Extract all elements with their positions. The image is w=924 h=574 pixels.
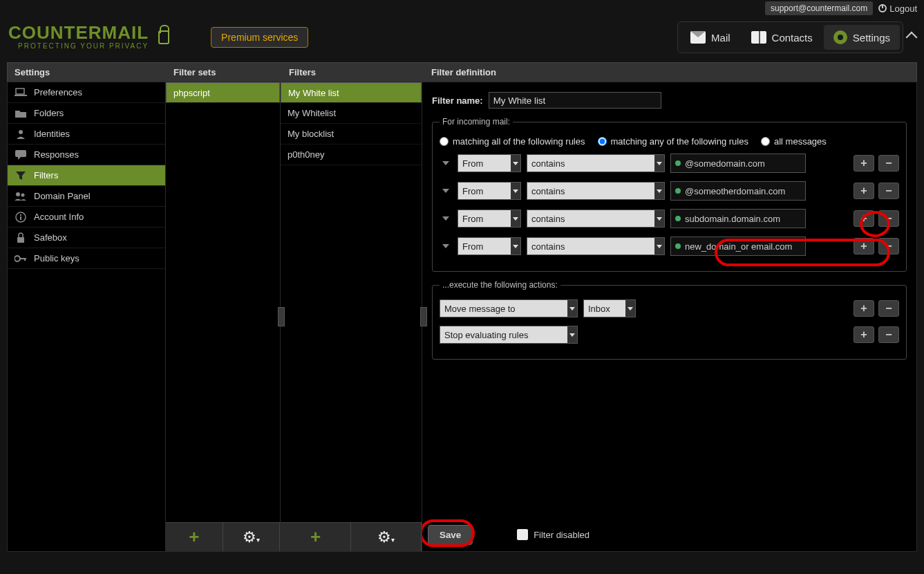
rule-row: Fromcontainsnew_domain_or email.com+− — [440, 237, 899, 256]
rule-op-select[interactable]: contains — [527, 154, 665, 172]
nav-preferences[interactable]: Preferences — [8, 82, 165, 103]
logo: COUNTERMAIL PROTECTING YOUR PRIVACY Prem… — [8, 25, 308, 50]
gear-icon: ⚙▾ — [377, 528, 395, 546]
main-tabs: Mail Contacts Settings — [677, 21, 903, 53]
column-headers: Settings Filter sets Filters Filter defi… — [7, 62, 917, 82]
svg-point-4 — [16, 192, 20, 196]
splitter[interactable] — [420, 307, 427, 326]
rule-value-input[interactable]: subdomain.domain.com — [670, 209, 806, 228]
rules-fieldset: For incoming mail: matching all of the f… — [432, 117, 907, 272]
lock-icon — [15, 233, 27, 243]
col-filters-header: Filters — [282, 63, 424, 82]
chevron-up-icon[interactable] — [906, 32, 918, 44]
tab-contacts-label: Contacts — [772, 32, 813, 44]
svg-rect-7 — [20, 216, 21, 220]
radio-match-all[interactable]: matching all of the following rules — [440, 136, 585, 147]
laptop-icon — [15, 88, 27, 98]
rule-row: Fromcontainssubdomain.domain.com+− — [440, 209, 899, 228]
save-button[interactable]: Save — [428, 525, 473, 545]
chevron-down-icon[interactable] — [442, 161, 449, 165]
rule-value-input[interactable]: @someotherdomain.com — [670, 181, 806, 201]
add-filter-button[interactable]: + — [281, 523, 351, 551]
action-kind-select[interactable]: Move message to — [440, 299, 578, 317]
content: Settings Filter sets Filters Filter defi… — [7, 62, 917, 552]
rule-field-select[interactable]: From — [458, 182, 521, 200]
rule-op-select[interactable]: contains — [527, 210, 665, 228]
power-icon — [878, 4, 887, 12]
gear-icon — [833, 30, 847, 44]
rule-op-select[interactable]: contains — [527, 182, 665, 200]
add-action-button[interactable]: + — [854, 326, 874, 343]
tab-mail[interactable]: Mail — [681, 26, 740, 49]
chevron-down-icon[interactable] — [442, 244, 449, 248]
radio-all-messages[interactable]: all messages — [761, 136, 827, 147]
nav-filters[interactable]: Filters — [8, 165, 165, 186]
nav-folders[interactable]: Folders — [8, 103, 165, 124]
nav-account-info[interactable]: Account Info — [8, 207, 165, 228]
svg-rect-1 — [15, 95, 27, 96]
chevron-down-icon[interactable] — [442, 216, 449, 221]
rule-field-select[interactable]: From — [458, 210, 521, 228]
chat-icon — [15, 150, 27, 160]
tab-contacts[interactable]: Contacts — [742, 26, 822, 49]
nav-responses[interactable]: Responses — [8, 145, 165, 165]
col-filtersets-header: Filter sets — [167, 63, 282, 82]
nav-public-keys[interactable]: Public keys — [8, 248, 165, 269]
rule-op-select[interactable]: contains — [527, 237, 665, 255]
col-definition-header: Filter definition — [424, 63, 916, 82]
filter-disabled-checkbox[interactable]: Filter disabled — [517, 529, 590, 540]
filter-name-input[interactable] — [489, 92, 661, 109]
action-kind-select[interactable]: Stop evaluating rules — [440, 326, 578, 344]
svg-point-2 — [19, 130, 23, 134]
remove-rule-button[interactable]: − — [878, 210, 899, 227]
actions-legend: ...execute the following actions: — [440, 280, 560, 290]
remove-action-button[interactable]: − — [878, 326, 899, 343]
contacts-icon — [751, 31, 766, 44]
lock-icon — [158, 30, 169, 44]
top-bar: support@countermail.com Logout — [0, 0, 924, 17]
remove-rule-button[interactable]: − — [878, 238, 899, 254]
add-rule-button[interactable]: + — [854, 210, 874, 227]
premium-button[interactable]: Premium services — [211, 27, 308, 48]
nav-identities[interactable]: Identities — [8, 124, 165, 145]
support-link[interactable]: support@countermail.com — [765, 1, 873, 15]
add-action-button[interactable]: + — [854, 300, 874, 317]
actions-fieldset: ...execute the following actions: Move m… — [432, 280, 907, 360]
filter-item[interactable]: My blocklist — [281, 124, 422, 145]
checkbox-icon — [517, 529, 528, 540]
action-target-select[interactable]: Inbox — [583, 299, 636, 317]
rule-field-select[interactable]: From — [458, 154, 521, 172]
remove-action-button[interactable]: − — [878, 300, 899, 317]
tab-settings[interactable]: Settings — [824, 25, 900, 50]
nav-safebox[interactable]: Safebox — [8, 228, 165, 248]
status-dot-icon — [675, 216, 681, 221]
rule-field-select[interactable]: From — [458, 237, 521, 255]
nav-domain-panel[interactable]: Domain Panel — [8, 186, 165, 207]
remove-rule-button[interactable]: − — [878, 155, 899, 172]
radio-match-any[interactable]: matching any of the following rules — [598, 136, 748, 147]
add-filterset-button[interactable]: + — [166, 523, 223, 551]
svg-point-10 — [15, 256, 20, 261]
rule-value-input[interactable]: @somedomain.com — [670, 154, 806, 173]
remove-rule-button[interactable]: − — [878, 183, 899, 199]
svg-rect-12 — [24, 258, 26, 261]
header: COUNTERMAIL PROTECTING YOUR PRIVACY Prem… — [0, 17, 924, 58]
filterset-menu-button[interactable]: ⚙▾ — [223, 523, 281, 551]
add-rule-button[interactable]: + — [854, 183, 874, 199]
filter-item[interactable]: My Whitelist — [281, 103, 422, 124]
rule-value-input[interactable]: new_domain_or email.com — [670, 237, 806, 256]
splitter[interactable] — [278, 307, 285, 326]
svg-point-5 — [21, 193, 25, 196]
logout-link[interactable]: Logout — [878, 3, 917, 14]
add-rule-button[interactable]: + — [854, 238, 874, 254]
add-rule-button[interactable]: + — [854, 155, 874, 172]
status-dot-icon — [675, 188, 681, 194]
definition-footer: Save Filter disabled — [422, 518, 916, 551]
person-icon — [15, 129, 27, 139]
filter-menu-button[interactable]: ⚙▾ — [351, 523, 422, 551]
filter-item[interactable]: My White list — [281, 82, 422, 103]
funnel-icon — [15, 171, 27, 180]
filterset-item[interactable]: phpscript — [166, 82, 280, 103]
chevron-down-icon[interactable] — [442, 189, 449, 193]
filter-item[interactable]: p0th0ney — [281, 145, 422, 165]
